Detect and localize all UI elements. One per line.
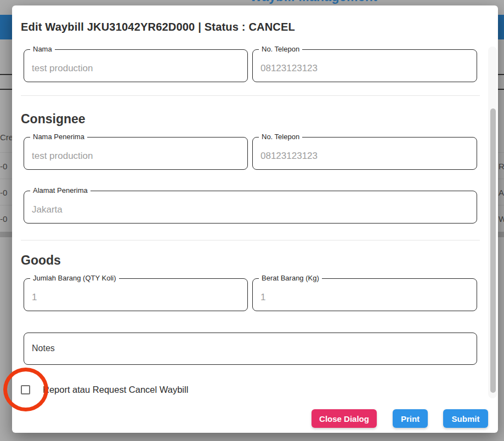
close-dialog-button[interactable]: Close Dialog: [312, 409, 377, 428]
notes-label: Notes: [32, 343, 55, 353]
alamat-penerima-field: Alamat Penerima: [24, 191, 477, 224]
edit-waybill-dialog: Edit Waybill JKU31042YR62D000 | Status :…: [12, 5, 498, 433]
alamat-penerima-label: Alamat Penerima: [30, 186, 90, 194]
notes-field[interactable]: Notes: [24, 333, 477, 365]
qty-koli-field: Jumlah Barang (QTY Koli): [24, 278, 248, 311]
alamat-penerima-input[interactable]: [24, 191, 477, 223]
dialog-title: Edit Waybill JKU31042YR62D000 | Status :…: [21, 21, 295, 33]
qty-koli-label: Jumlah Barang (QTY Koli): [30, 274, 119, 282]
table-cell-fragment: -0: [0, 214, 7, 224]
table-cell-fragment: W: [499, 214, 504, 224]
telepon-field: No. Telepon: [252, 49, 477, 82]
print-button[interactable]: Print: [393, 409, 428, 428]
goods-heading: Goods: [21, 253, 61, 268]
nama-penerima-field: Nama Penerima: [24, 137, 248, 170]
nama-penerima-label: Nama Penerima: [30, 133, 87, 141]
table-cell-fragment: R: [499, 162, 504, 171]
qty-koli-input[interactable]: [24, 279, 247, 311]
telepon-penerima-field: No. Telepon: [252, 137, 477, 170]
page-title: Waybill Management: [250, 0, 377, 4]
consignee-heading: Consignee: [21, 112, 86, 127]
cancel-waybill-checkbox-label: Report atau Request Cancel Waybill: [43, 385, 188, 395]
dialog-scrollbar-thumb[interactable]: [490, 108, 496, 393]
berat-kg-field: Berat Barang (Kg): [252, 278, 477, 311]
nama-penerima-input[interactable]: [24, 138, 247, 169]
berat-kg-input[interactable]: [253, 279, 477, 311]
table-cell-fragment: A: [499, 188, 504, 197]
telepon-penerima-label: No. Telepon: [259, 133, 302, 141]
submit-button[interactable]: Submit: [443, 409, 488, 428]
telepon-input[interactable]: [253, 50, 477, 82]
section-divider: [21, 95, 480, 96]
section-divider: [21, 240, 480, 240]
berat-kg-label: Berat Barang (Kg): [259, 274, 322, 282]
nama-input[interactable]: [24, 50, 247, 82]
nama-label: Nama: [30, 45, 55, 53]
telepon-label: No. Telepon: [259, 45, 302, 53]
telepon-penerima-input[interactable]: [253, 138, 477, 169]
nama-field: Nama: [24, 49, 248, 82]
annotation-circle: [3, 368, 48, 411]
table-cell-fragment: -0: [0, 162, 7, 171]
table-header-fragment: Cre: [0, 133, 13, 142]
table-cell-fragment: -0: [0, 188, 7, 197]
